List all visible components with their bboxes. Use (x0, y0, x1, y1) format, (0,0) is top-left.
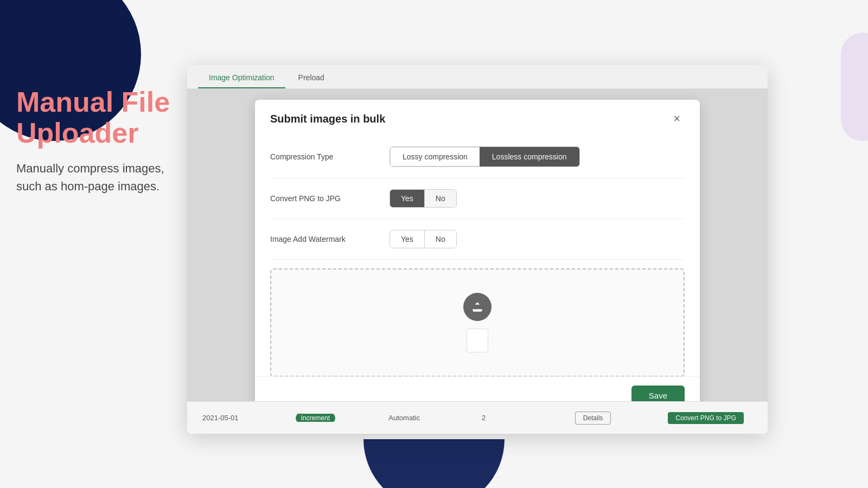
modal-overlay: Submit images in bulk × Compression Type… (187, 89, 768, 434)
browser-content: Submit images in bulk × Compression Type… (187, 89, 768, 434)
compression-type-label: Compression Type (270, 152, 390, 161)
decorative-circle-right (841, 33, 868, 141)
details-button[interactable]: Details (575, 412, 611, 425)
watermark-row: Image Add Watermark Yes No (270, 219, 685, 260)
table-cell-count: 2 (477, 414, 571, 422)
browser-window: Image Optimization Preload Submit images… (187, 65, 768, 434)
convert-png-controls: Yes No (390, 189, 457, 208)
upload-arrow-icon (470, 300, 484, 314)
watermark-yes-button[interactable]: Yes (390, 230, 424, 248)
convert-png-label: Convert PNG to JPG (270, 194, 390, 203)
watermark-btn-group: Yes No (390, 230, 457, 248)
convert-png-no-button[interactable]: No (424, 190, 456, 207)
table-cell-status: Increment (291, 414, 385, 422)
upload-file-preview (467, 329, 488, 352)
lossy-compression-button[interactable]: Lossy compression (390, 147, 480, 166)
convert-png-jpg-button[interactable]: Convert PNG to JPG (668, 412, 743, 424)
table-cell-date: 2021-05-01 (198, 414, 291, 422)
main-title: Manual File Uploader (16, 87, 184, 149)
table-cell-details: Details (571, 412, 664, 425)
watermark-no-button[interactable]: No (424, 230, 456, 248)
compression-type-btn-group: Lossy compression Lossless compression (390, 146, 580, 167)
modal-body: Compression Type Lossy compression Lossl… (255, 136, 700, 376)
table-cell-convert: Convert PNG to JPG (663, 412, 757, 424)
compression-type-controls: Lossy compression Lossless compression (390, 146, 580, 167)
modal-title: Submit images in bulk (270, 113, 385, 125)
tab-bar: Image Optimization Preload (187, 65, 768, 89)
modal-dialog: Submit images in bulk × Compression Type… (255, 100, 700, 414)
status-badge: Increment (296, 414, 335, 422)
tab-preload[interactable]: Preload (288, 68, 335, 88)
watermark-controls: Yes No (390, 230, 457, 248)
tab-image-optimization[interactable]: Image Optimization (198, 68, 285, 88)
decorative-circle-bottom (363, 439, 505, 488)
lossless-compression-button[interactable]: Lossless compression (480, 147, 579, 166)
left-panel: Manual File Uploader Manually compress i… (16, 87, 184, 195)
upload-icon-circle (463, 293, 492, 321)
modal-header: Submit images in bulk × (255, 100, 700, 136)
watermark-label: Image Add Watermark (270, 235, 390, 243)
file-upload-area[interactable] (270, 268, 685, 376)
convert-png-yes-button[interactable]: Yes (390, 190, 424, 207)
table-cell-type: Automatic (384, 414, 477, 422)
modal-close-button[interactable]: × (669, 111, 685, 127)
convert-png-btn-group: Yes No (390, 189, 457, 208)
compression-type-row: Compression Type Lossy compression Lossl… (270, 136, 685, 178)
background-table-row: 2021-05-01 Increment Automatic 2 Details… (187, 401, 768, 434)
main-subtitle: Manually compress images, such as hom-pa… (16, 159, 184, 195)
convert-png-row: Convert PNG to JPG Yes No (270, 178, 685, 219)
